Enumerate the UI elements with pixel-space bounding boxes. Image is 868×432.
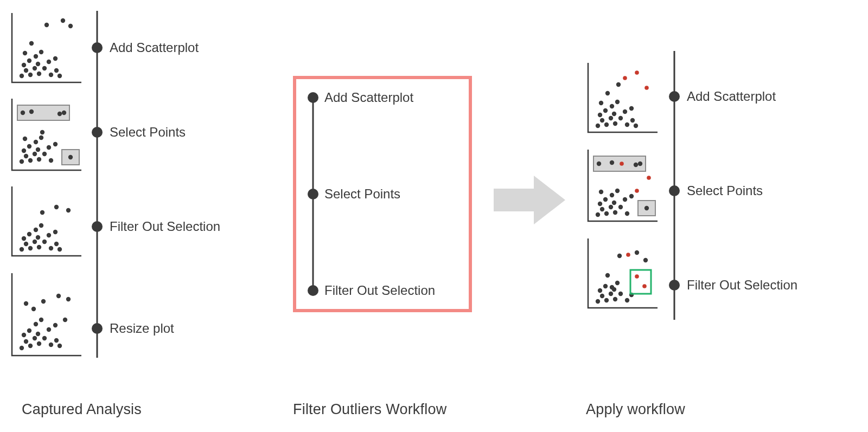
svg-point-121 <box>598 202 602 206</box>
svg-point-89 <box>92 323 103 334</box>
svg-point-146 <box>598 288 602 293</box>
svg-point-152 <box>625 298 629 302</box>
right-step-2: Select Points <box>687 183 763 198</box>
svg-point-94 <box>308 285 318 296</box>
svg-point-143 <box>596 299 600 304</box>
svg-point-104 <box>618 116 623 120</box>
thumb-right-3 <box>586 236 660 310</box>
svg-point-97 <box>600 118 604 122</box>
svg-point-115 <box>623 76 627 80</box>
svg-point-135 <box>610 160 614 165</box>
svg-point-100 <box>609 116 613 120</box>
svg-point-145 <box>604 298 609 302</box>
svg-point-26 <box>37 157 41 162</box>
svg-point-129 <box>629 194 634 198</box>
svg-point-61 <box>54 205 59 209</box>
svg-point-46 <box>28 246 33 250</box>
svg-point-59 <box>34 228 38 232</box>
svg-point-3 <box>22 63 26 67</box>
thumb-right-2 <box>586 147 660 223</box>
svg-point-103 <box>612 112 616 116</box>
svg-point-148 <box>613 297 617 301</box>
svg-point-127 <box>625 211 629 216</box>
svg-point-167 <box>669 280 680 291</box>
svg-point-47 <box>22 236 26 241</box>
svg-point-128 <box>623 197 627 202</box>
svg-point-107 <box>634 124 638 128</box>
svg-point-105 <box>625 122 629 127</box>
svg-point-126 <box>618 205 623 209</box>
svg-point-165 <box>669 91 680 102</box>
left-step-4: Resize plot <box>110 321 174 336</box>
svg-point-38 <box>21 111 25 115</box>
svg-point-86 <box>92 42 103 53</box>
svg-point-149 <box>603 284 608 288</box>
svg-point-117 <box>644 86 649 90</box>
svg-point-83 <box>31 307 36 311</box>
svg-point-40 <box>58 112 62 116</box>
svg-point-21 <box>20 159 24 164</box>
svg-point-78 <box>34 322 38 326</box>
svg-point-13 <box>53 56 58 61</box>
svg-point-101 <box>613 121 617 126</box>
svg-point-19 <box>29 41 34 46</box>
svg-point-76 <box>53 323 58 327</box>
svg-rect-161 <box>630 270 651 294</box>
svg-point-57 <box>53 230 58 234</box>
svg-point-140 <box>644 206 649 210</box>
svg-point-106 <box>630 118 635 122</box>
svg-point-159 <box>643 258 648 262</box>
right-step-1: Add Scatterplot <box>687 89 776 104</box>
svg-point-98 <box>604 122 609 127</box>
svg-point-158 <box>635 250 639 255</box>
svg-point-53 <box>49 246 53 250</box>
svg-point-39 <box>29 109 34 114</box>
thumb-left-1 <box>10 11 84 85</box>
svg-point-62 <box>66 208 71 212</box>
svg-point-114 <box>616 82 621 87</box>
svg-point-29 <box>42 152 47 156</box>
svg-point-66 <box>22 333 26 337</box>
left-step-1: Add Scatterplot <box>110 40 199 55</box>
svg-point-54 <box>54 242 59 246</box>
svg-point-70 <box>36 332 40 336</box>
svg-point-23 <box>28 158 33 163</box>
svg-point-96 <box>596 124 600 128</box>
svg-point-58 <box>39 223 43 228</box>
svg-point-119 <box>600 207 604 211</box>
right-step-3: Filter Out Selection <box>687 278 797 293</box>
svg-point-1 <box>24 68 28 73</box>
svg-point-15 <box>34 54 38 59</box>
svg-point-41 <box>62 111 66 115</box>
svg-point-22 <box>24 154 28 158</box>
svg-point-5 <box>37 72 41 76</box>
svg-point-4 <box>33 66 37 70</box>
svg-point-166 <box>669 185 680 196</box>
svg-point-14 <box>39 50 43 54</box>
svg-point-16 <box>44 23 49 27</box>
svg-point-44 <box>20 247 24 252</box>
svg-point-157 <box>617 254 622 258</box>
svg-point-142 <box>635 189 639 193</box>
svg-point-108 <box>623 109 627 114</box>
svg-point-93 <box>308 189 318 199</box>
svg-point-81 <box>66 297 71 301</box>
svg-point-131 <box>610 193 614 197</box>
svg-point-56 <box>47 233 51 237</box>
svg-point-118 <box>596 212 600 217</box>
svg-point-84 <box>63 318 67 322</box>
svg-point-130 <box>615 189 620 193</box>
svg-marker-95 <box>494 176 565 224</box>
svg-point-17 <box>61 18 65 23</box>
svg-point-151 <box>618 292 623 296</box>
caption-left: Captured Analysis <box>22 401 142 418</box>
svg-point-87 <box>92 127 103 138</box>
diagram-canvas: Add Scatterplot Select Points Filter Out… <box>0 0 868 432</box>
thumb-left-4 <box>10 271 84 358</box>
svg-point-0 <box>20 74 24 78</box>
svg-point-35 <box>23 137 27 141</box>
svg-point-34 <box>34 140 38 144</box>
svg-point-11 <box>58 74 62 78</box>
svg-point-132 <box>599 190 603 194</box>
svg-point-120 <box>604 211 609 216</box>
